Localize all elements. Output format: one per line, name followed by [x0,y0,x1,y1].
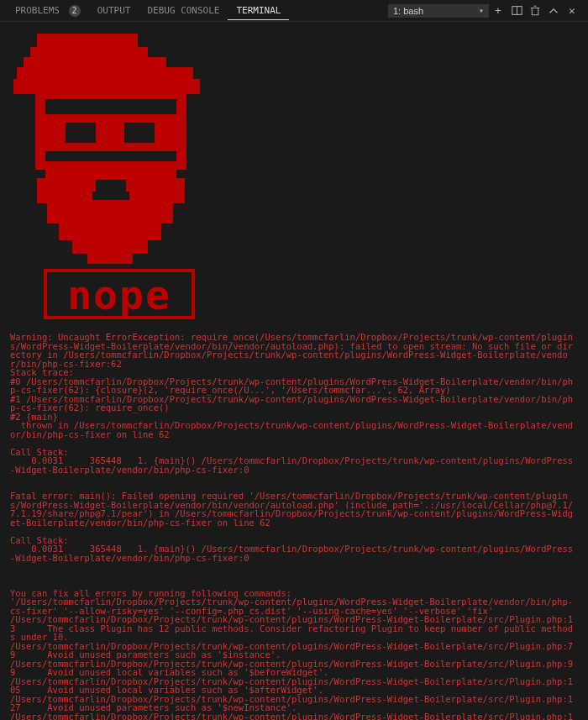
panel-tab-bar: PROBLEMS 2 OUTPUT DEBUG CONSOLE TERMINAL… [0,0,588,22]
svg-text:nope: nope [67,271,171,318]
svg-rect-5 [37,34,138,47]
kill-terminal-icon[interactable] [526,2,544,20]
svg-rect-24 [92,192,129,200]
problems-badge: 2 [69,5,81,17]
svg-rect-2 [532,8,538,15]
svg-rect-7 [24,57,166,67]
tab-debug-console[interactable]: DEBUG CONSOLE [139,2,228,19]
tab-problems[interactable]: PROBLEMS 2 [7,2,89,20]
terminal-content[interactable]: nope Warning: Uncaught ErrorException: r… [0,22,588,720]
svg-rect-10 [35,94,45,170]
svg-rect-16 [45,99,176,114]
terminal-selector[interactable]: 1: bash [388,4,489,18]
split-terminal-icon[interactable] [507,2,526,20]
terminal-output: Warning: Uncaught ErrorException: requir… [10,333,578,720]
tab-label: PROBLEMS [15,5,60,16]
svg-rect-14 [66,123,96,143]
svg-rect-12 [45,94,176,99]
tab-output[interactable]: OUTPUT [89,2,139,19]
svg-rect-18 [45,161,176,178]
svg-rect-23 [87,254,133,264]
svg-rect-11 [176,94,186,170]
svg-rect-17 [45,151,176,161]
svg-rect-6 [30,47,148,57]
new-terminal-icon[interactable]: + [489,2,507,20]
ascii-nope-art: nope [12,27,578,321]
maximize-panel-icon[interactable] [544,2,563,20]
svg-rect-21 [59,223,161,240]
svg-rect-13 [45,114,176,151]
terminal-select-input[interactable]: 1: bash [388,4,489,18]
svg-rect-22 [72,240,148,254]
svg-rect-15 [124,123,155,143]
svg-rect-25 [96,180,126,192]
tab-terminal[interactable]: TERMINAL [228,2,289,20]
svg-rect-9 [13,79,200,94]
svg-rect-20 [47,203,173,223]
close-panel-icon[interactable]: ✕ [563,2,581,20]
svg-rect-8 [17,67,193,79]
